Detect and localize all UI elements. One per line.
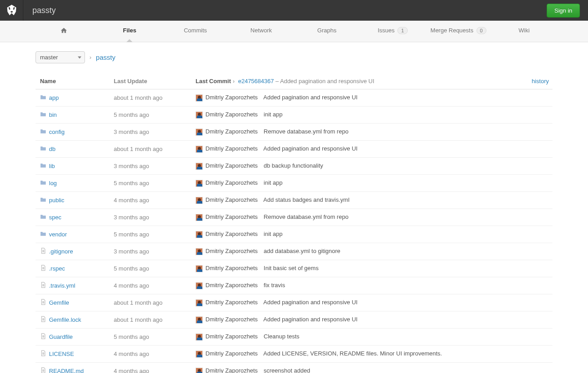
avatar[interactable] (196, 299, 203, 306)
tab-issues[interactable]: Issues 1 (360, 21, 425, 42)
author-link[interactable]: Dmitriy Zaporozhets (205, 94, 258, 101)
table-row: lib3 months agoDmitriy Zaporozhets db ba… (36, 158, 552, 175)
avatar[interactable] (196, 333, 203, 341)
avatar[interactable] (196, 163, 203, 170)
project-title[interactable]: passty (23, 6, 56, 15)
last-commit-hash[interactable]: e2475684367 (238, 78, 274, 84)
file-name-link[interactable]: .travis.yml (49, 282, 76, 289)
avatar[interactable] (196, 111, 203, 119)
author-link[interactable]: Dmitriy Zaporozhets (205, 316, 258, 323)
tab-merge-requests[interactable]: Merge Requests 0 (426, 21, 491, 42)
tab-commits[interactable]: Commits (163, 21, 228, 42)
avatar[interactable] (196, 265, 203, 272)
author-link[interactable]: Dmitriy Zaporozhets (205, 145, 258, 152)
history-link[interactable]: history (532, 78, 549, 84)
avatar[interactable] (196, 94, 203, 102)
table-row: dbabout 1 month agoDmitriy Zaporozhets A… (36, 141, 552, 158)
file-name-link[interactable]: app (49, 94, 59, 101)
file-name-link[interactable]: config (49, 129, 65, 135)
commit-message: Remove database.yml from repo (258, 213, 348, 220)
folder-icon (40, 196, 46, 204)
table-row: README.md4 months agoDmitriy Zaporozhets… (36, 363, 552, 373)
file-name-link[interactable]: lib (49, 163, 55, 169)
author-link[interactable]: Dmitriy Zaporozhets (205, 248, 258, 254)
author-link[interactable]: Dmitriy Zaporozhets (205, 128, 258, 135)
avatar[interactable] (196, 316, 203, 324)
breadcrumb-repo-link[interactable]: passty (96, 53, 115, 61)
avatar[interactable] (196, 248, 203, 255)
folder-icon (40, 111, 46, 119)
folder-icon (40, 94, 46, 102)
header-last-update: Last Update (110, 73, 192, 89)
author-link[interactable]: Dmitriy Zaporozhets (205, 213, 258, 220)
author-link[interactable]: Dmitriy Zaporozhets (205, 265, 258, 271)
sign-in-button[interactable]: Sign in (547, 4, 580, 18)
table-row: appabout 1 month agoDmitriy Zaporozhets … (36, 89, 552, 107)
file-name-link[interactable]: Gemfile (49, 299, 69, 306)
folder-icon (40, 128, 46, 136)
tab-graphs[interactable]: Graphs (294, 21, 360, 42)
commit-message: Added pagination and responsive UI (258, 316, 357, 323)
author-link[interactable]: Dmitriy Zaporozhets (205, 350, 258, 357)
author-link[interactable]: Dmitriy Zaporozhets (205, 367, 258, 373)
author-link[interactable]: Dmitriy Zaporozhets (205, 111, 258, 118)
svg-point-0 (9, 8, 10, 9)
file-icon (40, 367, 46, 373)
avatar[interactable] (196, 351, 203, 358)
header-last-commit: Last Commit› e2475684367 – Added paginat… (192, 73, 552, 89)
table-row: LICENSE4 months agoDmitriy Zaporozhets A… (36, 346, 552, 363)
avatar[interactable] (196, 231, 203, 238)
tab-network[interactable]: Network (228, 21, 294, 42)
avatar[interactable] (196, 197, 203, 204)
tab-home[interactable] (31, 21, 97, 42)
commit-message: Add status badges and travis.yml (258, 196, 349, 203)
avatar[interactable] (196, 214, 203, 221)
last-update: 4 months ago (110, 192, 192, 209)
avatar[interactable] (196, 180, 203, 187)
file-name-link[interactable]: vendor (49, 231, 67, 238)
last-update: about 1 month ago (110, 141, 192, 158)
last-update: 4 months ago (110, 346, 192, 363)
avatar[interactable] (196, 129, 203, 136)
file-name-link[interactable]: log (49, 180, 57, 186)
table-row: bin5 months agoDmitriy Zaporozhets init … (36, 107, 552, 124)
avatar[interactable] (196, 282, 203, 289)
folder-icon (40, 231, 46, 238)
file-name-link[interactable]: .rspec (49, 265, 65, 272)
file-name-link[interactable]: public (49, 197, 64, 204)
tab-files[interactable]: Files (97, 21, 162, 42)
logo[interactable] (0, 0, 23, 21)
svg-point-1 (13, 8, 14, 9)
last-update: about 1 month ago (110, 89, 192, 107)
file-name-link[interactable]: bin (49, 111, 57, 118)
last-update: 4 months ago (110, 363, 192, 373)
avatar[interactable] (196, 368, 203, 373)
file-name-link[interactable]: Guardfile (49, 333, 73, 340)
avatar[interactable] (196, 146, 203, 153)
file-name-link[interactable]: README.md (49, 368, 84, 373)
author-link[interactable]: Dmitriy Zaporozhets (205, 333, 258, 340)
author-link[interactable]: Dmitriy Zaporozhets (205, 179, 258, 186)
last-update: 5 months ago (110, 260, 192, 277)
author-link[interactable]: Dmitriy Zaporozhets (205, 162, 258, 169)
author-link[interactable]: Dmitriy Zaporozhets (205, 231, 258, 237)
file-icon (40, 333, 46, 341)
last-update: about 1 month ago (110, 294, 192, 311)
last-update: 3 months ago (110, 243, 192, 260)
table-row: Gemfile.lockabout 1 month agoDmitriy Zap… (36, 311, 552, 329)
author-link[interactable]: Dmitriy Zaporozhets (205, 299, 258, 306)
last-update: 5 months ago (110, 175, 192, 192)
branch-selector[interactable]: master (36, 51, 85, 63)
file-name-link[interactable]: db (49, 146, 55, 152)
commit-message: Init basic set of gems (258, 265, 318, 271)
file-name-link[interactable]: Gemfile.lock (49, 316, 81, 323)
commit-message: Added LICENSE, VERSION, README files. Mi… (258, 350, 442, 357)
tab-wiki[interactable]: Wiki (491, 21, 557, 42)
file-name-link[interactable]: LICENSE (49, 351, 74, 357)
breadcrumb: master › passty (36, 42, 552, 73)
author-link[interactable]: Dmitriy Zaporozhets (205, 196, 258, 203)
file-name-link[interactable]: .gitignore (49, 248, 73, 255)
author-link[interactable]: Dmitriy Zaporozhets (205, 282, 258, 289)
commit-message: Cleanup tests (258, 333, 299, 340)
file-name-link[interactable]: spec (49, 214, 61, 221)
